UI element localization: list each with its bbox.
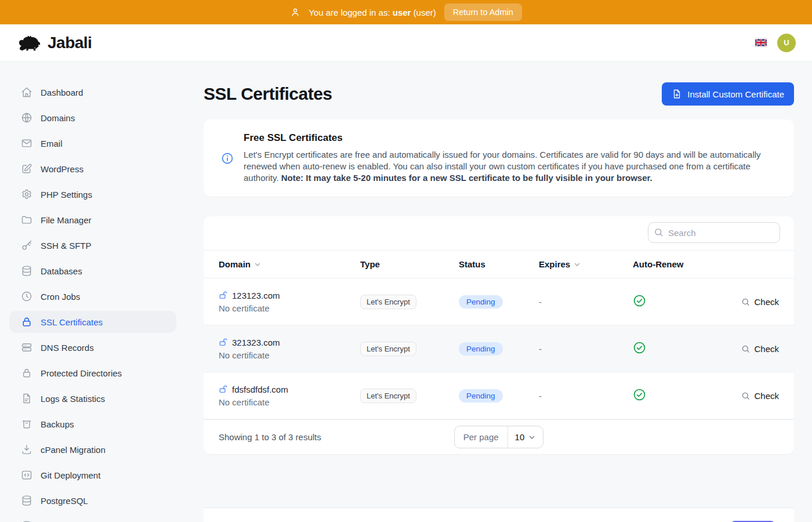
sidebar-item-overflow[interactable]	[9, 515, 176, 522]
sidebar-item-postgresql[interactable]: PostgreSQL	[9, 490, 176, 512]
sidebar-item-dashboard[interactable]: Dashboard	[9, 81, 176, 103]
type-badge: Let's Encrypt	[360, 389, 416, 403]
boar-logo-icon	[17, 34, 42, 52]
sidebar-item-ssl-certificates[interactable]: SSL Certificates	[9, 311, 176, 333]
certificate-info: No certificate	[219, 350, 360, 360]
sidebar-item-label: WordPress	[41, 164, 84, 174]
sidebar-item-label: File Manager	[41, 215, 92, 225]
sidebar-item-label: cPanel Migration	[41, 445, 106, 455]
download-icon	[21, 444, 32, 455]
sidebar-item-backups[interactable]: Backups	[9, 413, 176, 435]
column-header-domain[interactable]: Domain	[219, 259, 360, 269]
auto-renew-check-icon[interactable]	[633, 388, 646, 401]
clock-icon	[21, 291, 32, 302]
search-input[interactable]	[648, 222, 780, 243]
user-avatar[interactable]: U	[777, 34, 796, 52]
sidebar-item-file-manager[interactable]: File Manager	[9, 209, 176, 231]
table-row: fdsfsdfdsf.com No certificate Let's Encr…	[204, 372, 794, 419]
expires-value: -	[539, 391, 633, 401]
certificate-info: No certificate	[219, 397, 360, 407]
install-button-label: Install Custom Certificate	[687, 89, 784, 99]
sidebar-item-label: Git Deployment	[41, 470, 100, 480]
per-page-label: Per page	[455, 426, 507, 448]
status-badge: Pending	[459, 342, 503, 356]
sidebar-item-label: SSH & SFTP	[41, 241, 92, 251]
info-card-title: Free SSL Certificates	[244, 132, 777, 144]
status-badge: Pending	[459, 389, 503, 403]
return-to-admin-button[interactable]: Return to Admin	[444, 3, 522, 21]
sidebar-item-cron-jobs[interactable]: Cron Jobs	[9, 285, 176, 307]
certificate-info: No certificate	[219, 303, 360, 313]
sidebar-item-label: Databases	[41, 266, 82, 276]
check-certificate-button[interactable]: Check	[741, 391, 779, 401]
sidebar-item-wordpress[interactable]: WordPress	[9, 158, 176, 180]
status-badge: Pending	[459, 295, 503, 309]
sidebar-item-logs-statistics[interactable]: Logs & Statistics	[9, 387, 176, 409]
gear-icon	[21, 188, 32, 200]
table-pagination: Showing 1 to 3 of 3 results Per page 10	[204, 419, 794, 454]
folder-icon	[21, 214, 32, 226]
sidebar-item-label: Dashboard	[41, 88, 83, 97]
search-icon	[654, 227, 664, 237]
chevron-down-icon	[573, 260, 581, 269]
free-ssl-info-card: Free SSL Certificates Let's Encrypt cert…	[204, 119, 794, 197]
sidebar-item-php-settings[interactable]: PHP Settings	[9, 183, 176, 205]
brand[interactable]: Jabali	[17, 34, 92, 52]
sidebar: Dashboard Domains Email WordPress PHP Se…	[0, 61, 186, 522]
check-certificate-button[interactable]: Check	[741, 297, 779, 307]
chevron-down-icon	[528, 433, 536, 441]
site-footer: Jabali Panel GitHub • © 2026 Jabali v0.9…	[204, 507, 794, 522]
per-page-select[interactable]: 10	[507, 426, 543, 448]
sidebar-item-databases[interactable]: Databases	[9, 260, 176, 282]
database-icon	[21, 265, 32, 277]
logged-in-message: You are logged in as: user (user)	[309, 8, 436, 17]
unlock-icon	[219, 291, 228, 300]
code-icon	[21, 469, 32, 481]
domain-name: fdsfsdfdsf.com	[232, 385, 288, 394]
sidebar-item-email[interactable]: Email	[9, 132, 176, 154]
sidebar-item-label: DNS Records	[41, 343, 94, 353]
column-header-expires[interactable]: Expires	[539, 259, 633, 269]
database-icon	[21, 495, 32, 506]
sidebar-item-dns-records[interactable]: DNS Records	[9, 336, 176, 358]
install-custom-certificate-button[interactable]: Install Custom Certificate	[662, 82, 794, 106]
auto-renew-check-icon[interactable]	[633, 294, 646, 307]
results-summary: Showing 1 to 3 of 3 results	[219, 432, 454, 442]
sidebar-item-domains[interactable]: Domains	[9, 107, 176, 129]
column-header-status: Status	[459, 259, 539, 269]
table-row: 321323.com No certificate Let's Encrypt …	[204, 325, 794, 372]
check-certificate-button[interactable]: Check	[741, 344, 779, 354]
sidebar-item-git-deployment[interactable]: Git Deployment	[9, 464, 176, 486]
info-icon	[221, 152, 234, 165]
impersonation-banner: You are logged in as: user (user) Return…	[0, 0, 812, 24]
sidebar-item-label: Logs & Statistics	[41, 394, 105, 404]
file-plus-icon	[672, 89, 682, 99]
sidebar-item-ssh-sftp[interactable]: SSH & SFTP	[9, 234, 176, 256]
edit-icon	[21, 163, 32, 175]
language-flag-uk-icon[interactable]	[755, 38, 767, 47]
lock-icon	[21, 367, 32, 379]
sidebar-item-protected-directories[interactable]: Protected Directories	[9, 362, 176, 384]
per-page-control: Per page 10	[454, 426, 544, 448]
expires-value: -	[539, 344, 633, 354]
brand-name: Jabali	[48, 34, 92, 52]
sidebar-item-label: PHP Settings	[41, 190, 92, 200]
globe-icon	[21, 112, 32, 124]
unlock-icon	[219, 338, 228, 347]
auto-renew-check-icon[interactable]	[633, 341, 646, 354]
sidebar-item-label: Domains	[41, 113, 75, 123]
chevron-down-icon	[253, 260, 262, 269]
expires-value: -	[539, 297, 633, 307]
table-search	[648, 222, 780, 243]
search-icon	[741, 298, 750, 306]
sidebar-item-label: Cron Jobs	[41, 292, 80, 302]
sidebar-item-cpanel-migration[interactable]: cPanel Migration	[9, 438, 176, 461]
domain-name: 321323.com	[232, 338, 280, 347]
lock-icon	[21, 316, 32, 328]
type-badge: Let's Encrypt	[360, 342, 416, 356]
column-header-type: Type	[360, 259, 459, 269]
certificates-table-card: Domain Type Status Expires Auto-Renew 12…	[204, 216, 794, 454]
info-card-body: Let's Encrypt certificates are free and …	[244, 149, 777, 184]
search-icon	[741, 345, 750, 353]
info-card-note: Note: It may take 5-20 minutes for a new…	[281, 173, 652, 183]
